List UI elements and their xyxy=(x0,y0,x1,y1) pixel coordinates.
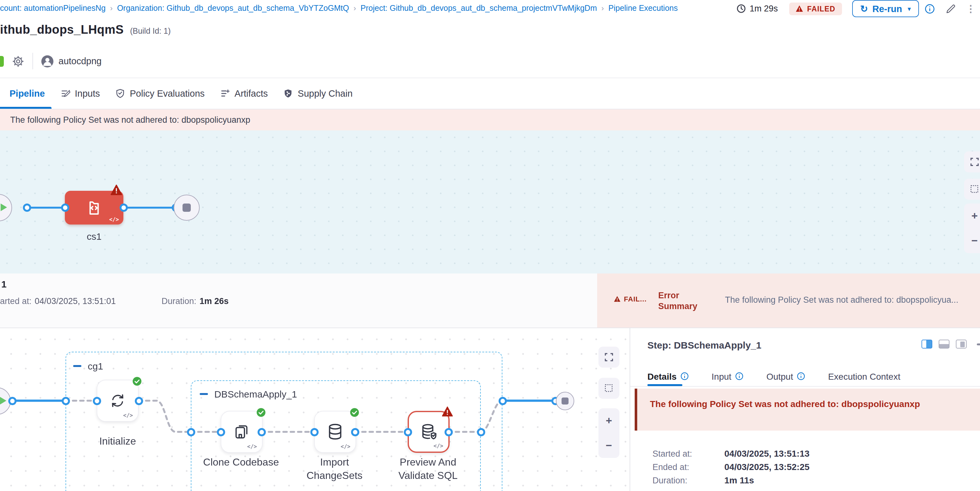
zoom-out-button[interactable]: − xyxy=(598,433,619,458)
breadcrumb-project[interactable]: Project: Github_db_devops_aut_db_schema_… xyxy=(361,3,597,13)
error-summary-label: Error Summary xyxy=(658,290,699,311)
tab-label: Policy Evaluations xyxy=(130,88,204,99)
detail-value: 04/03/2025, 13:51:13 xyxy=(724,448,810,459)
panel-tabs: Details Input Output Execution Context xyxy=(648,368,900,385)
zoom-in-button[interactable]: + xyxy=(964,203,980,228)
layout-right-split-icon[interactable] xyxy=(921,340,932,348)
marquee-select-button[interactable] xyxy=(598,378,619,399)
minimize-panel-icon[interactable] xyxy=(977,343,980,345)
step-graph-canvas[interactable]: cg1 DBSchemaApply_1 </> </> xyxy=(0,328,630,491)
gear-icon[interactable] xyxy=(12,55,24,67)
avatar xyxy=(41,55,53,67)
stage-info-bar: 1 arted at:04/03/2025, 13:51:01 Duration… xyxy=(0,273,980,328)
marquee-select-button[interactable] xyxy=(964,179,980,200)
group-label: cg1 xyxy=(88,361,103,372)
rerun-button[interactable]: ↻ Re-run ▾ xyxy=(852,0,919,17)
panel-error-message: The following Policy Set was not adhered… xyxy=(650,399,920,409)
tab-policy-evaluations[interactable]: Policy Evaluations xyxy=(115,78,204,109)
layout-bottom-split-icon[interactable] xyxy=(939,340,950,348)
active-tab-underline xyxy=(0,107,51,109)
step-label-initialize: Initialize xyxy=(80,434,156,448)
info-icon xyxy=(735,372,743,380)
tab-inputs[interactable]: Inputs xyxy=(60,78,100,109)
panel-tab-label: Output xyxy=(766,371,793,381)
connector-port xyxy=(477,428,485,436)
stage-node-cs1[interactable]: </> xyxy=(65,191,123,224)
divider xyxy=(32,53,33,69)
code-mark: </> xyxy=(123,412,133,418)
connector-port xyxy=(61,203,69,211)
panel-tab-label: Input xyxy=(712,371,731,381)
step-node-preview-validate-sql[interactable]: </> xyxy=(408,411,450,453)
breadcrumb-account[interactable]: count: automationPipelinesNg xyxy=(0,3,105,13)
collapse-icon[interactable] xyxy=(200,393,208,395)
elapsed-time: 1m 29s xyxy=(737,4,778,13)
fullscreen-button[interactable] xyxy=(964,151,980,172)
tab-artifacts[interactable]: Artifacts xyxy=(220,78,268,109)
code-mark: </> xyxy=(340,443,350,450)
chevron-down-icon: ▾ xyxy=(908,5,911,12)
rerun-button-label: Re-run xyxy=(872,3,902,14)
tab-pipeline[interactable]: Pipeline xyxy=(0,78,45,109)
step-node-clone-codebase[interactable]: </> xyxy=(221,411,262,453)
divider xyxy=(630,386,980,387)
zoom-controls: + − xyxy=(964,203,980,253)
error-summary-message: The following Policy Set was not adhered… xyxy=(725,295,958,305)
started-label: arted at: xyxy=(0,296,32,306)
stage-started: arted at:04/03/2025, 13:51:01 xyxy=(0,296,116,306)
group-header-dbschemaapply[interactable]: DBSchemaApply_1 xyxy=(200,389,297,399)
tag-fragment xyxy=(0,56,4,67)
fullscreen-button[interactable] xyxy=(598,346,619,368)
info-icon[interactable] xyxy=(925,3,935,14)
kebab-menu-icon[interactable]: ⋮ xyxy=(966,3,975,14)
connector-port xyxy=(119,203,127,211)
code-mark: </> xyxy=(109,216,119,222)
app-viewport: count: automationPipelinesNg › Organizat… xyxy=(0,0,980,491)
group-label: DBSchemaApply_1 xyxy=(214,389,297,399)
zoom-in-button[interactable]: + xyxy=(598,408,619,433)
zoom-out-button[interactable]: − xyxy=(964,228,980,253)
title-row: ithub_dbops_LHqmS (Build Id: 1) xyxy=(0,23,171,37)
connector-line xyxy=(27,207,65,209)
layout-floating-icon[interactable] xyxy=(956,340,967,348)
collapse-icon[interactable] xyxy=(73,365,81,367)
sync-icon xyxy=(109,392,127,410)
page-title: ithub_dbops_LHqmS xyxy=(0,23,124,37)
breadcrumb-organization[interactable]: Organization: Github_db_devops_aut_db_sc… xyxy=(117,3,349,13)
flow-end-node xyxy=(555,391,574,410)
edit-pencil-icon[interactable] xyxy=(946,3,956,14)
panel-tab-output[interactable]: Output xyxy=(766,371,805,381)
duration-label: Duration: xyxy=(162,296,197,306)
panel-tab-execution-context[interactable]: Execution Context xyxy=(828,371,900,381)
connector-port xyxy=(351,428,359,436)
connector-port xyxy=(8,397,16,405)
detail-value: 04/03/2025, 13:52:25 xyxy=(724,462,810,472)
connector-port xyxy=(61,397,70,405)
policy-banner: The following Policy Set was not adhered… xyxy=(0,110,980,130)
custom-stage-icon xyxy=(84,198,103,217)
tab-label: Supply Chain xyxy=(298,88,353,99)
step-node-initialize[interactable]: </> xyxy=(97,380,138,422)
tab-label: Inputs xyxy=(75,88,100,99)
tab-supply-chain[interactable]: Supply Chain xyxy=(283,78,353,109)
connector-port xyxy=(257,428,266,436)
success-check-icon xyxy=(132,377,142,386)
group-header-cg1[interactable]: cg1 xyxy=(73,361,103,372)
tab-label: Artifacts xyxy=(235,88,268,99)
panel-tab-input[interactable]: Input xyxy=(712,371,743,381)
pipeline-execution-page: count: automationPipelinesNg › Organizat… xyxy=(0,0,980,491)
warning-triangle-icon xyxy=(442,407,453,416)
breadcrumb-pipeline-executions[interactable]: Pipeline Executions xyxy=(608,3,678,13)
refresh-icon: ↻ xyxy=(860,3,868,14)
stage-graph-canvas[interactable]: </> cs1 + − xyxy=(0,130,980,273)
connector-port xyxy=(187,428,195,436)
fail-label: FAIL... xyxy=(624,295,647,303)
warning-triangle-icon xyxy=(111,184,122,195)
warning-triangle-icon xyxy=(795,5,803,12)
panel-tab-details[interactable]: Details xyxy=(648,371,689,381)
step-node-import-changesets[interactable]: </> xyxy=(314,411,356,453)
connector-port xyxy=(404,428,412,436)
connector-port xyxy=(444,428,452,436)
connector-line xyxy=(123,207,175,209)
header-actions: 1m 29s FAILED ↻ Re-run ▾ ⋮ xyxy=(737,0,977,17)
